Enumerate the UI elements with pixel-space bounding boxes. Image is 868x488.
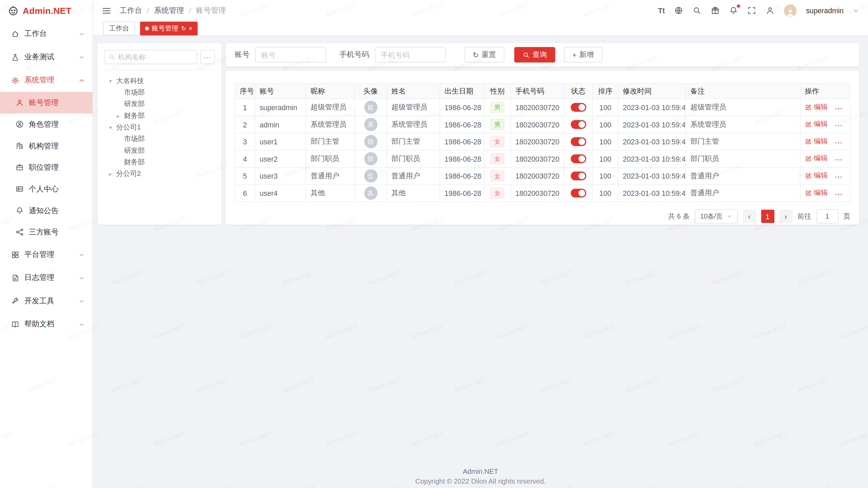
watermark-text: Admin.NET: [710, 268, 745, 287]
tree-node[interactable]: 财务部: [104, 157, 215, 168]
status-toggle[interactable]: [570, 172, 586, 181]
sidebar-item-help-docs[interactable]: 帮助文档: [0, 312, 93, 336]
sidebar-item-workbench[interactable]: 工作台: [0, 22, 93, 45]
sidebar-item-dev-tools[interactable]: 开发工具: [0, 289, 93, 313]
status-toggle[interactable]: [570, 137, 586, 146]
watermark-text: Admin.NET: [796, 268, 831, 287]
page-1-button[interactable]: 1: [761, 210, 774, 223]
tree-node[interactable]: 市场部: [104, 133, 215, 145]
status-toggle[interactable]: [570, 120, 586, 129]
row-more-button[interactable]: ···: [835, 174, 843, 180]
tab-account-management[interactable]: 账号管理 ↻ ×: [140, 21, 197, 35]
font-size-icon[interactable]: Tt: [658, 6, 665, 15]
goto-page-input[interactable]: [816, 209, 838, 223]
watermark-text: Admin.NET: [110, 268, 144, 287]
account-input[interactable]: [255, 47, 326, 63]
sidebar-item-label: 机构管理: [29, 141, 59, 151]
add-button[interactable]: + 新增: [564, 47, 602, 63]
cell-phone: 18020030720: [511, 133, 564, 150]
tree-node[interactable]: 市场部: [104, 87, 215, 98]
row-more-button[interactable]: ···: [835, 122, 843, 129]
sidebar-item-personal-center[interactable]: 个人中心: [0, 178, 93, 200]
sidebar-item-org-management[interactable]: 机构管理: [0, 135, 93, 157]
fullscreen-icon[interactable]: [747, 6, 756, 15]
refresh-icon[interactable]: ↻: [181, 25, 186, 31]
chevron-down-icon[interactable]: [853, 7, 859, 14]
query-button[interactable]: 查询: [514, 47, 555, 63]
sidebar: Admin.NET 工作台 业务测试 系统管理: [0, 0, 93, 488]
edit-button[interactable]: 编辑: [805, 171, 828, 181]
row-more-button[interactable]: ···: [835, 191, 843, 198]
hamburger-menu-icon[interactable]: [102, 6, 111, 15]
tab-label: 账号管理: [152, 23, 178, 33]
sidebar-item-label: 系统管理: [24, 75, 54, 85]
phone-input[interactable]: [375, 47, 446, 63]
sidebar-item-account-management[interactable]: 账号管理: [0, 92, 93, 114]
sidebar-item-system-management[interactable]: 系统管理: [0, 68, 93, 92]
toggle-knob: [578, 104, 585, 111]
chevron-down-icon: [79, 275, 85, 281]
sidebar-item-role-management[interactable]: 角色管理: [0, 114, 93, 135]
org-search-input[interactable]: [118, 53, 193, 61]
caret-open-icon[interactable]: ▾: [109, 78, 116, 84]
tree-node[interactable]: ▾ 大名科技: [104, 75, 215, 87]
caret-closed-icon[interactable]: ▸: [109, 171, 116, 177]
user-name[interactable]: superadmin: [806, 6, 844, 15]
edit-button[interactable]: 编辑: [805, 137, 828, 146]
sidebar-item-label: 账号管理: [29, 98, 59, 107]
row-more-button[interactable]: ···: [835, 105, 843, 112]
edit-button[interactable]: 编辑: [805, 102, 828, 112]
reset-button[interactable]: ↻ 重置: [465, 47, 504, 63]
col-header: 头像: [355, 83, 387, 99]
row-more-button[interactable]: ···: [835, 139, 843, 146]
edit-button[interactable]: 编辑: [805, 188, 828, 198]
avatar: 普: [364, 169, 377, 183]
avatar[interactable]: [784, 4, 797, 17]
tree-node[interactable]: ▾ 分公司1: [104, 122, 215, 133]
tree-node[interactable]: 研发部: [104, 99, 215, 110]
watermark-text: Admin.NET: [153, 322, 187, 341]
gift-icon[interactable]: [711, 6, 719, 15]
caret-open-icon[interactable]: ▾: [109, 124, 116, 130]
status-toggle[interactable]: [570, 189, 586, 198]
tree-more-button[interactable]: ···: [200, 50, 215, 64]
tab-workbench[interactable]: 工作台: [103, 21, 135, 35]
status-toggle[interactable]: [570, 103, 586, 112]
logo[interactable]: Admin.NET: [0, 0, 93, 22]
watermark-text: Admin.NET: [625, 376, 659, 394]
status-toggle[interactable]: [570, 155, 586, 163]
main-content: ··· ▾ 大名科技 市场部 研发部 ▸ 财务部 ▾: [93, 37, 868, 225]
sidebar-item-business-test[interactable]: 业务测试: [0, 45, 93, 69]
chevron-down-icon: [79, 321, 85, 327]
notification-bell[interactable]: [729, 6, 738, 15]
tree-node[interactable]: ▸ 分公司2: [104, 168, 215, 180]
cell-phone: 18020030720: [511, 167, 564, 185]
close-icon[interactable]: ×: [189, 25, 193, 31]
breadcrumb-item[interactable]: 工作台: [120, 5, 142, 15]
edit-button[interactable]: 编辑: [805, 154, 828, 163]
search-icon[interactable]: [693, 6, 702, 15]
language-icon[interactable]: [674, 6, 683, 15]
watermark-text: Admin.NET: [196, 376, 230, 394]
prev-page-button[interactable]: ‹: [743, 210, 756, 223]
sidebar-item-thirdparty-account[interactable]: 三方账号: [0, 221, 93, 243]
caret-closed-icon[interactable]: ▸: [117, 113, 124, 119]
page-size-select[interactable]: 10条/页: [695, 209, 738, 223]
cell-nickname: 部门主管: [306, 133, 355, 150]
cell-no: 2: [235, 116, 255, 133]
tree-node-label: 市场部: [124, 88, 145, 98]
breadcrumb-item[interactable]: 系统管理: [154, 5, 184, 15]
row-more-button[interactable]: ···: [835, 157, 843, 163]
table-header-row: 序号 账号 昵称 头像 姓名 出生日期 性别 手机号码 状态 排序 修改时间 备…: [235, 83, 850, 99]
next-page-button[interactable]: ›: [779, 210, 792, 223]
toggle-knob: [578, 173, 585, 180]
user-outline-icon[interactable]: [766, 6, 774, 15]
tree-node[interactable]: 研发部: [104, 145, 215, 157]
tree-node[interactable]: ▸ 财务部: [104, 110, 215, 122]
sidebar-item-log-management[interactable]: 日志管理: [0, 266, 93, 289]
sidebar-item-position-management[interactable]: 职位管理: [0, 157, 93, 178]
cell-no: 3: [235, 133, 255, 150]
sidebar-item-platform-management[interactable]: 平台管理: [0, 243, 93, 266]
edit-button[interactable]: 编辑: [805, 120, 828, 129]
sidebar-item-notice[interactable]: 通知公告: [0, 200, 93, 221]
